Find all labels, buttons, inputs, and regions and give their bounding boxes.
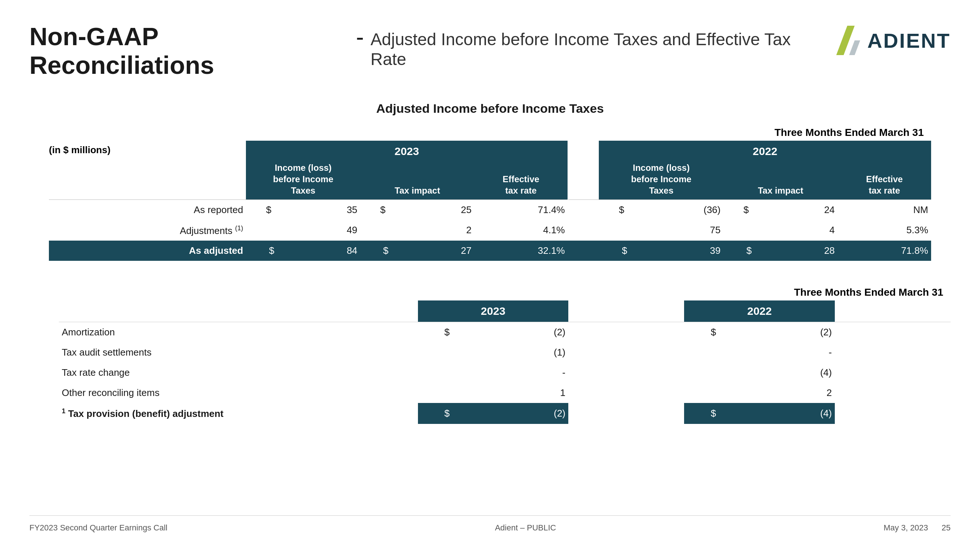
title-sub: Adjusted Income before Income Taxes and … [371,29,831,69]
as-adjusted-row: As adjusted $ 84 $ 27 32.1% $ 39 $ 28 71… [49,241,931,261]
other-reconciling-label: Other reconciling items [59,383,418,403]
tax-provision-row: 1 Tax provision (benefit) adjustment $ (… [59,403,951,424]
table-row: Adjustments (1) 49 2 4.1% 75 4 5.3% [49,220,931,241]
adjustments-label: Adjustments (1) [49,220,246,241]
table-row: Other reconciling items 1 2 [59,383,951,403]
page: Non-GAAP Reconciliations - Adjusted Inco… [0,0,980,551]
income-loss-header-2023: Income (loss)before IncomeTaxes [246,159,360,200]
year-2023-header: 2023 [246,141,568,159]
section1-container: Adjusted Income before Income Taxes [49,102,931,261]
tax-audit-label: Tax audit settlements [59,342,418,362]
unit-label: (in $ millions) [49,141,246,159]
section2-container: Three Months Ended March 31 2023 [29,286,951,424]
tax-impact-header-2023: Tax impact [360,159,474,200]
footer: FY2023 Second Quarter Earnings Call Adie… [29,515,951,533]
title-block: Non-GAAP Reconciliations - Adjusted Inco… [29,22,831,79]
title-bold: Non-GAAP Reconciliations [29,22,350,79]
section1-table: (in $ millions) 2023 2022 Income (loss)b… [49,141,931,261]
table-row: Tax audit settlements (1) - [59,342,951,362]
year-2022-header: 2022 [599,141,931,159]
eff-rate-header-2022: Effectivetax rate [838,159,931,200]
footer-center: Adient – PUBLIC [495,523,556,533]
section2-table: 2023 2022 Amortization $ (2) $ (2) [59,300,951,424]
section2-period-table: Three Months Ended March 31 [59,286,951,300]
amortization-label: Amortization [59,322,418,343]
income-loss-header-2022: Income (loss)before IncomeTaxes [599,159,724,200]
title-dash: - [356,24,364,51]
svg-marker-1 [849,40,860,55]
section2-year2023: 2023 [418,300,569,322]
section1-period-header-table: Three Months Ended March 31 [49,127,931,141]
footer-left: FY2023 Second Quarter Earnings Call [29,523,167,533]
tax-rate-change-label: Tax rate change [59,362,418,383]
section1-period-label: Three Months Ended March 31 [256,127,931,141]
as-reported-label: As reported [49,200,246,220]
table-row: Tax rate change - (4) [59,362,951,383]
table-row: Amortization $ (2) $ (2) [59,322,951,343]
tax-impact-header-2022: Tax impact [724,159,838,200]
tax-provision-label: 1 Tax provision (benefit) adjustment [59,403,418,424]
section2-period-label: Three Months Ended March 31 [418,286,951,300]
logo-text: ADIENT [867,29,951,52]
as-adjusted-label: As adjusted [49,241,246,261]
adient-logo: ADIENT [831,26,951,55]
logo-slash-icon [831,26,867,55]
footer-right: May 3, 2023 25 [884,523,951,533]
eff-rate-header-2023: Effectivetax rate [474,159,568,200]
section2-year2022: 2022 [684,300,835,322]
section1-title: Adjusted Income before Income Taxes [49,102,931,116]
table-row: As reported $ 35 $ 25 71.4% $ (36) $ 24 … [49,200,931,220]
header: Non-GAAP Reconciliations - Adjusted Inco… [29,22,951,79]
